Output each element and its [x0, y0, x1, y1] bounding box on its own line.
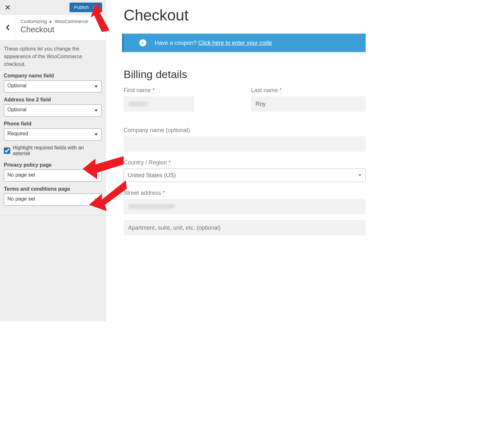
- breadcrumb-parent: WooCommerce: [55, 19, 88, 24]
- control-privacy-policy-page: Privacy policy page No page set: [4, 162, 102, 182]
- intro-text: These options let you change the appeara…: [4, 45, 102, 68]
- breadcrumb-root: Customizing: [20, 19, 47, 24]
- phone-select[interactable]: Required: [4, 128, 102, 140]
- company-name-select[interactable]: Optional: [4, 80, 102, 92]
- customizer-sidebar: Publish Customizing ▸ WooCommerce Checko…: [0, 0, 106, 321]
- street-address-row: Street address *: [124, 190, 366, 235]
- required-asterisk-icon: *: [168, 159, 171, 166]
- preview-pane: Checkout i Have a coupon? Click here to …: [106, 0, 378, 321]
- street-label: Street address *: [124, 190, 366, 196]
- breadcrumb: Customizing ▸ WooCommerce: [20, 19, 88, 24]
- control-terms-conditions-page: Terms and conditions page No page set: [4, 186, 102, 206]
- company-row: Company name (optional): [124, 127, 366, 152]
- label-text: Street address: [124, 190, 161, 196]
- info-icon: i: [139, 39, 146, 46]
- coupon-notice: i Have a coupon? Click here to enter you…: [122, 34, 366, 52]
- privacy-policy-select[interactable]: No page set: [4, 170, 102, 182]
- section-title: Checkout: [20, 25, 88, 34]
- country-row: Country / Region * United States (US): [124, 159, 366, 182]
- publish-button[interactable]: Publish: [69, 3, 102, 12]
- terms-conditions-select[interactable]: No page set: [4, 194, 102, 206]
- label-text: Country / Region: [124, 159, 167, 166]
- close-button[interactable]: [0, 0, 16, 14]
- required-asterisk-icon: *: [280, 87, 282, 94]
- publish-label: Publish: [74, 5, 89, 10]
- first-name-label: First name *: [124, 87, 238, 94]
- control-phone-field: Phone field Required: [4, 121, 102, 140]
- sidebar-header: Customizing ▸ WooCommerce Checkout: [0, 15, 105, 41]
- highlight-required-checkbox[interactable]: [4, 147, 10, 154]
- country-value: United States (US): [128, 172, 176, 179]
- breadcrumb-separator-icon: ▸: [50, 19, 52, 24]
- street-address-input[interactable]: [124, 199, 366, 214]
- chevron-left-icon: [6, 24, 10, 31]
- back-button[interactable]: [0, 15, 16, 40]
- required-asterisk-icon: *: [152, 87, 155, 94]
- highlight-required-label[interactable]: Highlight required fields with an asteri…: [13, 145, 102, 156]
- page-title: Checkout: [124, 6, 366, 24]
- country-select[interactable]: United States (US): [124, 169, 366, 182]
- last-name-input[interactable]: [251, 96, 366, 112]
- company-input[interactable]: [124, 136, 366, 152]
- billing-heading: Billing details: [124, 68, 366, 81]
- label-text: Last name: [251, 87, 278, 93]
- label-text: First name: [124, 87, 151, 93]
- first-name-input[interactable]: [124, 96, 194, 112]
- control-address-line-2-field: Address line 2 field Optional: [4, 97, 102, 116]
- control-label: Privacy policy page: [4, 162, 102, 168]
- sidebar-body: These options let you change the appeara…: [0, 41, 105, 216]
- coupon-prompt: Have a coupon?: [155, 40, 197, 46]
- required-asterisk-icon: *: [163, 190, 165, 196]
- control-label: Terms and conditions page: [4, 186, 102, 192]
- company-label: Company name (optional): [124, 127, 366, 134]
- control-label: Phone field: [4, 121, 102, 127]
- last-name-label: Last name *: [251, 87, 366, 94]
- coupon-link[interactable]: Click here to enter your code: [198, 40, 272, 46]
- apartment-input[interactable]: [124, 220, 366, 235]
- country-label: Country / Region *: [124, 159, 366, 166]
- first-name-row: First name *: [124, 87, 238, 112]
- control-label: Company name field: [4, 73, 102, 79]
- gear-icon: [93, 5, 98, 10]
- control-company-name-field: Company name field Optional: [4, 73, 102, 92]
- last-name-row: Last name *: [251, 87, 366, 112]
- control-label: Address line 2 field: [4, 97, 102, 103]
- address-line-2-select[interactable]: Optional: [4, 104, 102, 116]
- chevron-down-icon: [358, 174, 362, 176]
- sidebar-topbar: Publish: [0, 0, 105, 15]
- highlight-required-row: Highlight required fields with an asteri…: [4, 145, 102, 156]
- close-icon: [5, 5, 10, 10]
- divider: [0, 215, 105, 216]
